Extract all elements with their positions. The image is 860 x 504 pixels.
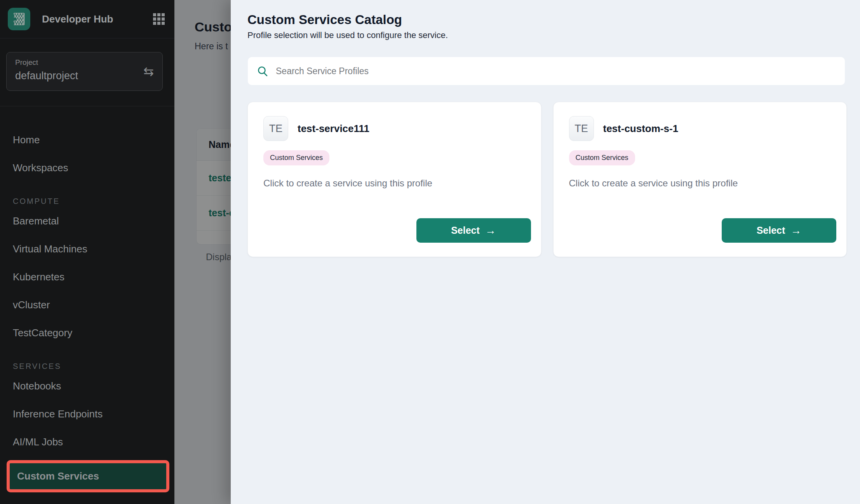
project-value: defaultproject: [15, 70, 154, 82]
app-logo-icon: [8, 8, 30, 30]
profile-description: Click to create a service using this pro…: [569, 178, 831, 189]
sidebar-item-aiml-jobs[interactable]: AI/ML Jobs: [6, 432, 171, 452]
profile-cards: TE test-service111 Custom Services Click…: [247, 102, 847, 257]
card-header: TE test-service111: [263, 116, 526, 141]
sidebar-item-kubernetes[interactable]: Kubernetes: [6, 267, 171, 287]
select-button[interactable]: Select →: [416, 218, 531, 243]
arrow-right-icon: →: [485, 225, 496, 236]
category-badge: Custom Services: [569, 150, 635, 165]
project-label: Project: [15, 58, 154, 67]
avatar: TE: [569, 116, 594, 141]
sidebar: Developer Hub Project defaultproject ⇆ H…: [0, 0, 174, 504]
project-selector[interactable]: Project defaultproject ⇆: [6, 52, 163, 91]
sidebar-item-testcategory[interactable]: TestCategory: [6, 323, 171, 342]
sidebar-header: Developer Hub: [0, 0, 174, 38]
sidebar-item-inference-endpoints[interactable]: Inference Endpoints: [6, 404, 171, 424]
profile-description: Click to create a service using this pro…: [263, 178, 526, 189]
search-input[interactable]: [275, 66, 836, 77]
select-button-label: Select: [451, 225, 480, 236]
sidebar-item-vcluster[interactable]: vCluster: [6, 295, 171, 315]
sidebar-item-baremetal[interactable]: Baremetal: [6, 211, 171, 231]
card-header: TE test-custom-s-1: [569, 116, 831, 141]
profile-card[interactable]: TE test-service111 Custom Services Click…: [247, 102, 541, 257]
avatar: TE: [263, 116, 288, 141]
drawer-title: Custom Services Catalog: [247, 12, 402, 27]
select-button[interactable]: Select →: [722, 218, 836, 243]
catalog-drawer: Custom Services Catalog Profile selectio…: [231, 0, 860, 504]
drawer-subtitle: Profile selection will be used to config…: [247, 30, 448, 40]
category-badge: Custom Services: [263, 150, 329, 165]
select-button-label: Select: [757, 225, 785, 236]
arrow-right-icon: →: [790, 225, 801, 236]
profile-card[interactable]: TE test-custom-s-1 Custom Services Click…: [553, 102, 847, 257]
search-bar[interactable]: [248, 57, 845, 85]
search-icon: [257, 66, 268, 76]
app-title: Developer Hub: [42, 13, 153, 25]
sidebar-section-compute: COMPUTE: [13, 197, 164, 206]
switch-project-icon[interactable]: ⇆: [143, 64, 154, 79]
sidebar-item-home[interactable]: Home: [6, 130, 171, 149]
sidebar-section-services: SERVICES: [13, 362, 164, 371]
sidebar-nav: Home Workspaces COMPUTE Baremetal Virtua…: [6, 106, 171, 492]
sidebar-item-virtual-machines[interactable]: Virtual Machines: [6, 239, 171, 259]
sidebar-item-workspaces[interactable]: Workspaces: [6, 158, 171, 177]
sidebar-item-custom-services[interactable]: Custom Services: [7, 460, 169, 492]
profile-name: test-service111: [298, 123, 369, 135]
profile-name: test-custom-s-1: [603, 123, 679, 135]
sidebar-item-notebooks[interactable]: Notebooks: [6, 376, 171, 396]
apps-grid-icon[interactable]: [153, 13, 165, 25]
